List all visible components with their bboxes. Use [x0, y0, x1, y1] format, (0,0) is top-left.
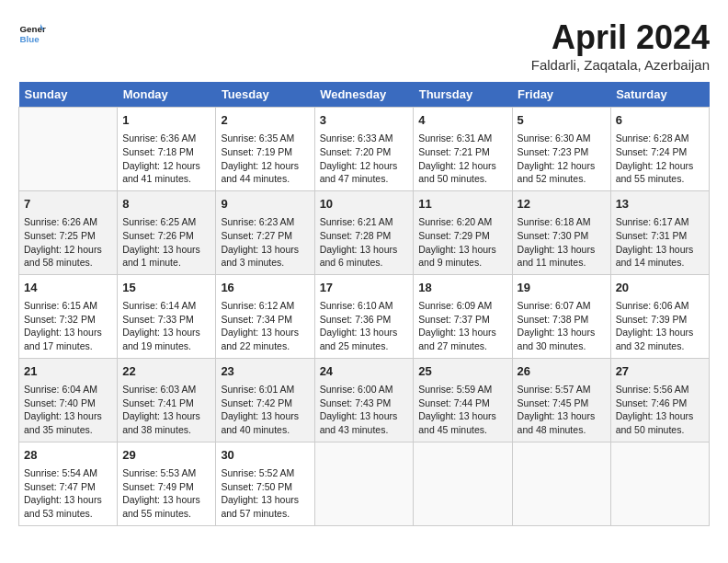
day-cell: 4Sunrise: 6:31 AM Sunset: 7:21 PM Daylig…	[414, 108, 512, 191]
calendar-body: 1Sunrise: 6:36 AM Sunset: 7:18 PM Daylig…	[19, 108, 710, 526]
day-cell: 18Sunrise: 6:09 AM Sunset: 7:37 PM Dayli…	[414, 274, 512, 358]
day-cell	[19, 108, 118, 191]
day-number: 14	[24, 280, 112, 296]
day-info: Sunrise: 6:28 AM Sunset: 7:24 PM Dayligh…	[616, 132, 704, 186]
day-number: 18	[418, 280, 506, 296]
day-number: 20	[616, 280, 704, 296]
week-row-4: 21Sunrise: 6:04 AM Sunset: 7:40 PM Dayli…	[19, 358, 710, 442]
week-row-2: 7Sunrise: 6:26 AM Sunset: 7:25 PM Daylig…	[19, 190, 710, 274]
day-info: Sunrise: 6:18 AM Sunset: 7:30 PM Dayligh…	[518, 215, 606, 270]
day-cell: 15Sunrise: 6:14 AM Sunset: 7:33 PM Dayli…	[118, 274, 216, 358]
day-info: Sunrise: 6:03 AM Sunset: 7:41 PM Dayligh…	[122, 383, 210, 437]
header-cell-sunday: Sunday	[19, 82, 118, 108]
day-number: 5	[518, 112, 606, 129]
week-row-1: 1Sunrise: 6:36 AM Sunset: 7:18 PM Daylig…	[19, 108, 710, 191]
day-info: Sunrise: 6:20 AM Sunset: 7:29 PM Dayligh…	[418, 215, 506, 270]
day-info: Sunrise: 6:04 AM Sunset: 7:40 PM Dayligh…	[24, 383, 112, 437]
day-number: 26	[518, 363, 606, 380]
day-cell: 14Sunrise: 6:15 AM Sunset: 7:32 PM Dayli…	[19, 274, 118, 358]
day-number: 7	[24, 196, 112, 213]
day-number: 22	[122, 363, 210, 380]
header-cell-monday: Monday	[118, 82, 216, 108]
calendar-table: SundayMondayTuesdayWednesdayThursdayFrid…	[18, 82, 710, 526]
day-number: 24	[320, 363, 409, 380]
day-number: 12	[518, 196, 606, 213]
day-number: 23	[221, 363, 309, 380]
day-cell: 28Sunrise: 5:54 AM Sunset: 7:47 PM Dayli…	[19, 442, 118, 525]
title-block: April 2024 Faldarli, Zaqatala, Azerbaija…	[531, 18, 710, 73]
day-info: Sunrise: 6:14 AM Sunset: 7:33 PM Dayligh…	[122, 299, 210, 353]
day-cell: 17Sunrise: 6:10 AM Sunset: 7:36 PM Dayli…	[314, 274, 414, 358]
day-info: Sunrise: 6:25 AM Sunset: 7:26 PM Dayligh…	[122, 215, 210, 270]
calendar-header: SundayMondayTuesdayWednesdayThursdayFrid…	[19, 82, 710, 108]
day-info: Sunrise: 6:30 AM Sunset: 7:23 PM Dayligh…	[518, 132, 606, 186]
day-number: 21	[24, 363, 112, 380]
day-info: Sunrise: 6:33 AM Sunset: 7:20 PM Dayligh…	[320, 132, 409, 186]
day-cell: 9Sunrise: 6:23 AM Sunset: 7:27 PM Daylig…	[216, 190, 314, 274]
day-info: Sunrise: 6:31 AM Sunset: 7:21 PM Dayligh…	[418, 132, 506, 186]
day-number: 30	[221, 447, 309, 464]
day-cell: 2Sunrise: 6:35 AM Sunset: 7:19 PM Daylig…	[216, 108, 314, 191]
day-info: Sunrise: 6:35 AM Sunset: 7:19 PM Dayligh…	[221, 132, 309, 186]
day-info: Sunrise: 5:56 AM Sunset: 7:46 PM Dayligh…	[616, 383, 704, 437]
calendar-title: April 2024	[531, 18, 710, 57]
day-cell	[610, 442, 709, 525]
day-cell: 27Sunrise: 5:56 AM Sunset: 7:46 PM Dayli…	[610, 358, 709, 442]
day-number: 28	[24, 447, 112, 464]
day-info: Sunrise: 6:10 AM Sunset: 7:36 PM Dayligh…	[320, 299, 409, 353]
week-row-3: 14Sunrise: 6:15 AM Sunset: 7:32 PM Dayli…	[19, 274, 710, 358]
day-cell: 21Sunrise: 6:04 AM Sunset: 7:40 PM Dayli…	[19, 358, 118, 442]
day-cell	[414, 442, 512, 525]
day-info: Sunrise: 6:17 AM Sunset: 7:31 PM Dayligh…	[616, 215, 704, 270]
day-cell: 7Sunrise: 6:26 AM Sunset: 7:25 PM Daylig…	[19, 190, 118, 274]
day-cell: 10Sunrise: 6:21 AM Sunset: 7:28 PM Dayli…	[314, 190, 414, 274]
day-info: Sunrise: 5:53 AM Sunset: 7:49 PM Dayligh…	[122, 466, 210, 521]
day-cell	[512, 442, 610, 525]
day-number: 17	[320, 280, 409, 296]
day-number: 2	[221, 112, 309, 129]
day-info: Sunrise: 6:00 AM Sunset: 7:43 PM Dayligh…	[320, 383, 409, 437]
day-number: 29	[122, 447, 210, 464]
day-info: Sunrise: 6:21 AM Sunset: 7:28 PM Dayligh…	[320, 215, 409, 270]
day-info: Sunrise: 6:23 AM Sunset: 7:27 PM Dayligh…	[221, 215, 309, 270]
day-number: 8	[122, 196, 210, 213]
day-cell: 5Sunrise: 6:30 AM Sunset: 7:23 PM Daylig…	[512, 108, 610, 191]
day-cell: 1Sunrise: 6:36 AM Sunset: 7:18 PM Daylig…	[118, 108, 216, 191]
day-number: 4	[418, 112, 506, 129]
logo: General Blue	[18, 18, 46, 46]
day-cell: 20Sunrise: 6:06 AM Sunset: 7:39 PM Dayli…	[610, 274, 709, 358]
day-number: 25	[418, 363, 506, 380]
day-info: Sunrise: 6:09 AM Sunset: 7:37 PM Dayligh…	[418, 299, 506, 353]
day-cell: 8Sunrise: 6:25 AM Sunset: 7:26 PM Daylig…	[118, 190, 216, 274]
day-info: Sunrise: 5:57 AM Sunset: 7:45 PM Dayligh…	[518, 383, 606, 437]
calendar-subtitle: Faldarli, Zaqatala, Azerbaijan	[531, 57, 710, 73]
day-cell: 11Sunrise: 6:20 AM Sunset: 7:29 PM Dayli…	[414, 190, 512, 274]
day-cell: 24Sunrise: 6:00 AM Sunset: 7:43 PM Dayli…	[314, 358, 414, 442]
day-cell: 13Sunrise: 6:17 AM Sunset: 7:31 PM Dayli…	[610, 190, 709, 274]
day-info: Sunrise: 6:15 AM Sunset: 7:32 PM Dayligh…	[24, 299, 112, 353]
day-info: Sunrise: 5:59 AM Sunset: 7:44 PM Dayligh…	[418, 383, 506, 437]
day-number: 11	[418, 196, 506, 213]
day-number: 19	[518, 280, 606, 296]
logo-icon: General Blue	[18, 18, 46, 46]
day-number: 13	[616, 196, 704, 213]
header-cell-tuesday: Tuesday	[216, 82, 314, 108]
day-number: 6	[616, 112, 704, 129]
day-info: Sunrise: 6:36 AM Sunset: 7:18 PM Dayligh…	[122, 132, 210, 186]
day-number: 10	[320, 196, 409, 213]
day-cell: 19Sunrise: 6:07 AM Sunset: 7:38 PM Dayli…	[512, 274, 610, 358]
day-number: 3	[320, 112, 409, 129]
page-header: General Blue April 2024 Faldarli, Zaqata…	[18, 18, 710, 73]
day-cell: 6Sunrise: 6:28 AM Sunset: 7:24 PM Daylig…	[610, 108, 709, 191]
day-cell: 22Sunrise: 6:03 AM Sunset: 7:41 PM Dayli…	[118, 358, 216, 442]
day-info: Sunrise: 5:52 AM Sunset: 7:50 PM Dayligh…	[221, 466, 309, 521]
day-cell: 29Sunrise: 5:53 AM Sunset: 7:49 PM Dayli…	[118, 442, 216, 525]
day-info: Sunrise: 6:06 AM Sunset: 7:39 PM Dayligh…	[616, 299, 704, 353]
day-info: Sunrise: 5:54 AM Sunset: 7:47 PM Dayligh…	[24, 466, 112, 521]
day-info: Sunrise: 6:26 AM Sunset: 7:25 PM Dayligh…	[24, 215, 112, 270]
day-info: Sunrise: 6:07 AM Sunset: 7:38 PM Dayligh…	[518, 299, 606, 353]
header-cell-saturday: Saturday	[610, 82, 709, 108]
day-cell: 23Sunrise: 6:01 AM Sunset: 7:42 PM Dayli…	[216, 358, 314, 442]
day-info: Sunrise: 6:01 AM Sunset: 7:42 PM Dayligh…	[221, 383, 309, 437]
day-cell: 3Sunrise: 6:33 AM Sunset: 7:20 PM Daylig…	[314, 108, 414, 191]
